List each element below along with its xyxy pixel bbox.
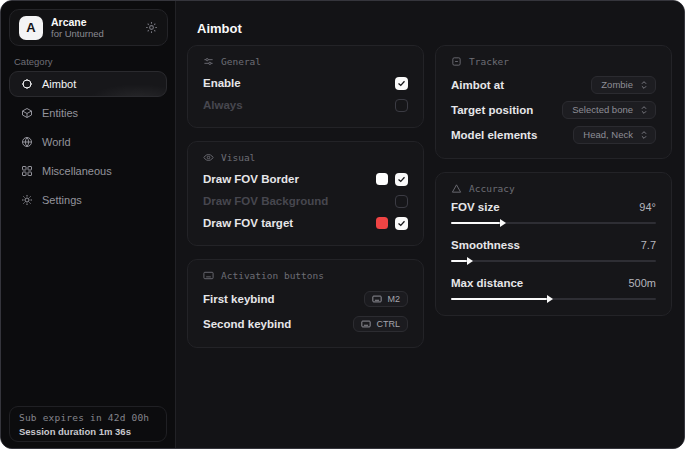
second-keybind-button[interactable]: CTRL xyxy=(353,316,408,332)
setting-row-target-position: Target position Selected bone xyxy=(451,97,656,122)
square-dash-icon xyxy=(451,56,462,67)
setting-row-always: Always xyxy=(203,94,408,116)
tracker-card-header: Tracker xyxy=(451,56,656,67)
sliders-icon xyxy=(203,56,214,67)
chevrons-up-down-icon xyxy=(639,80,649,90)
sidebar-item-aimbot[interactable]: Aimbot xyxy=(9,71,167,97)
page-title: Aimbot xyxy=(197,21,242,36)
subscription-info-card: Sub expires in 42d 00h Session duration … xyxy=(9,406,167,442)
section-title: Activation buttons xyxy=(221,270,324,281)
sub-expiry-text: Sub expires in 42d 00h xyxy=(19,411,157,425)
setting-label: Enable xyxy=(203,77,241,89)
app-logo-letter: A xyxy=(26,20,35,35)
smoothness-slider[interactable] xyxy=(451,260,656,262)
setting-row-model-elements: Model elements Head, Neck xyxy=(451,122,656,147)
slider-group-max-distance: Max distance 500m xyxy=(451,275,656,300)
sidebar-item-entities[interactable]: Entities xyxy=(9,100,167,126)
globe-icon xyxy=(21,136,33,148)
setting-row-fov-target: Draw FOV target xyxy=(203,212,408,234)
sidebar-item-label: Entities xyxy=(42,107,78,119)
aimbot-at-dropdown[interactable]: Zombie xyxy=(591,76,656,94)
app-logo: A xyxy=(19,16,43,40)
dropdown-value: Zombie xyxy=(601,79,633,90)
chevrons-up-down-icon xyxy=(639,130,649,140)
section-title: Visual xyxy=(221,152,255,163)
setting-label: First keybind xyxy=(203,293,275,305)
model-elements-dropdown[interactable]: Head, Neck xyxy=(573,126,656,144)
sidebar-nav: Aimbot Entities World Miscellaneous xyxy=(9,71,167,213)
sidebar-item-label: Miscellaneous xyxy=(42,165,112,177)
triangle-icon xyxy=(451,183,462,194)
sidebar-item-miscellaneous[interactable]: Miscellaneous xyxy=(9,158,167,184)
slider-thumb[interactable] xyxy=(500,219,506,227)
keyboard-icon xyxy=(372,294,382,304)
sidebar-item-label: World xyxy=(42,136,71,148)
slider-value: 94° xyxy=(639,201,656,213)
gear-icon xyxy=(21,194,33,206)
app-title-block: Arcane for Unturned xyxy=(51,16,104,39)
fov-size-slider[interactable] xyxy=(451,222,656,224)
setting-row-aimbot-at: Aimbot at Zombie xyxy=(451,72,656,97)
setting-label: Target position xyxy=(451,104,533,116)
color-swatch-white[interactable] xyxy=(376,173,388,185)
box-icon xyxy=(21,107,33,119)
keybind-value: M2 xyxy=(387,294,400,304)
target-position-dropdown[interactable]: Selected bone xyxy=(562,101,656,119)
setting-row-second-keybind: Second keybind CTRL xyxy=(203,311,408,336)
keyboard-icon xyxy=(203,270,214,281)
accuracy-card-header: Accuracy xyxy=(451,183,656,194)
visual-card-header: Visual xyxy=(203,152,408,163)
left-column: General Enable Always xyxy=(187,45,424,348)
main-panel: Aimbot General Enable xyxy=(176,1,684,448)
keybind-value: CTRL xyxy=(376,319,400,329)
accuracy-card: Accuracy FOV size 94° Smoothness 7.7 xyxy=(435,172,672,316)
gear-icon[interactable] xyxy=(145,21,158,34)
fov-target-checkbox[interactable] xyxy=(395,217,408,230)
slider-group-smoothness: Smoothness 7.7 xyxy=(451,237,656,262)
right-column: Tracker Aimbot at Zombie Target pos xyxy=(435,45,672,316)
slider-fill xyxy=(451,298,547,300)
color-swatch-red[interactable] xyxy=(376,217,388,229)
setting-label: Always xyxy=(203,99,243,111)
section-title: Accuracy xyxy=(469,183,515,194)
sidebar-item-world[interactable]: World xyxy=(9,129,167,155)
fov-background-checkbox[interactable] xyxy=(395,195,408,208)
section-title: Tracker xyxy=(469,56,509,67)
fov-border-checkbox[interactable] xyxy=(395,173,408,186)
crosshair-icon xyxy=(21,78,33,90)
app-subtitle: for Unturned xyxy=(51,28,104,39)
dropdown-value: Selected bone xyxy=(572,104,633,115)
slider-fill xyxy=(451,260,467,262)
slider-value: 7.7 xyxy=(641,239,656,251)
tracker-card: Tracker Aimbot at Zombie Target pos xyxy=(435,45,672,159)
setting-label: Second keybind xyxy=(203,318,291,330)
category-label: Category xyxy=(14,56,53,67)
sidebar-item-label: Settings xyxy=(42,194,82,206)
general-card-header: General xyxy=(203,56,408,67)
visual-card: Visual Draw FOV Border Draw FOV Backgrou… xyxy=(187,141,424,246)
app-header-card: A Arcane for Unturned xyxy=(9,9,168,46)
setting-label: Draw FOV Background xyxy=(203,195,328,207)
slider-group-fov-size: FOV size 94° xyxy=(451,199,656,224)
setting-row-fov-border: Draw FOV Border xyxy=(203,168,408,190)
setting-row-enable: Enable xyxy=(203,72,408,94)
grid-icon xyxy=(21,165,33,177)
first-keybind-button[interactable]: M2 xyxy=(364,291,408,307)
chevrons-up-down-icon xyxy=(639,105,649,115)
setting-row-fov-background: Draw FOV Background xyxy=(203,190,408,212)
max-distance-slider[interactable] xyxy=(451,298,656,300)
setting-label: Max distance xyxy=(451,277,523,289)
setting-row-first-keybind: First keybind M2 xyxy=(203,286,408,311)
keyboard-icon xyxy=(361,319,371,329)
dropdown-value: Head, Neck xyxy=(583,129,633,140)
eye-icon xyxy=(203,152,214,163)
activation-card-header: Activation buttons xyxy=(203,270,408,281)
slider-thumb[interactable] xyxy=(547,295,553,303)
slider-thumb[interactable] xyxy=(467,257,473,265)
app-name: Arcane xyxy=(51,16,104,28)
sidebar-item-settings[interactable]: Settings xyxy=(9,187,167,213)
setting-label: Draw FOV Border xyxy=(203,173,299,185)
always-checkbox[interactable] xyxy=(395,99,408,112)
sidebar: A Arcane for Unturned Category Aimbot xyxy=(1,1,176,448)
enable-checkbox[interactable] xyxy=(395,77,408,90)
